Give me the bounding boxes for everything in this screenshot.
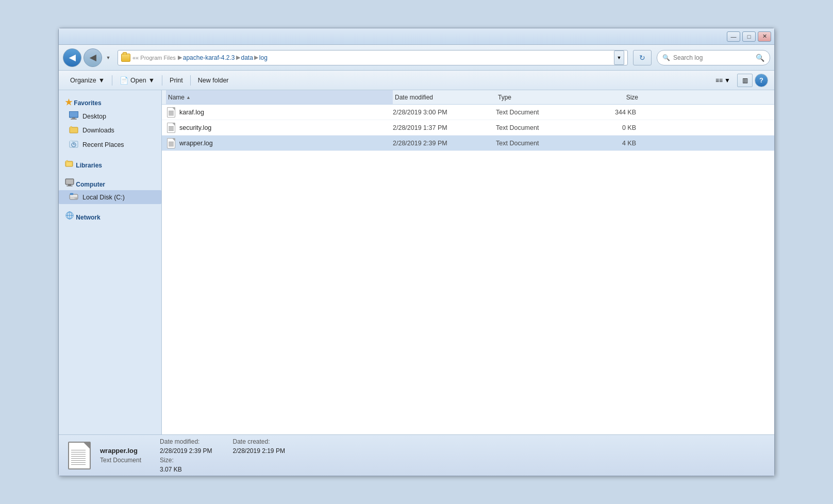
- libraries-header[interactable]: Libraries: [59, 156, 161, 171]
- table-row[interactable]: karaf.log 2/28/2019 3:00 PM Text Documen…: [162, 105, 774, 120]
- file-date-cell: 2/28/2019 2:39 PM: [393, 140, 496, 147]
- recent-places-label: Recent Places: [82, 141, 124, 148]
- file-date-cell: 2/28/2019 1:37 PM: [393, 124, 496, 131]
- recent-places-icon: [69, 139, 78, 150]
- breadcrumb-data[interactable]: data: [241, 54, 253, 61]
- local-disk-label: Local Disk (C:): [82, 194, 125, 201]
- favorites-star-icon: ★: [65, 98, 72, 107]
- file-size-cell: 4 KB: [578, 140, 640, 147]
- table-row[interactable]: wrapper.log 2/28/2019 2:39 PM Text Docum…: [162, 136, 774, 151]
- refresh-button[interactable]: ↻: [633, 50, 652, 65]
- svg-rect-4: [70, 127, 78, 133]
- file-type-cell: Text Document: [496, 140, 578, 147]
- open-label: Open: [130, 77, 146, 84]
- address-bar[interactable]: «« Program Files ▶ apache-karaf-4.2.3 ▶ …: [118, 50, 628, 65]
- sidebar-item-downloads[interactable]: Downloads: [59, 123, 161, 137]
- view-mode-button[interactable]: ≡≡ ▼: [711, 74, 735, 87]
- status-size-label: Size:: [160, 457, 212, 464]
- libraries-label: Libraries: [76, 162, 102, 169]
- help-button[interactable]: ?: [755, 74, 768, 87]
- breadcrumb-log[interactable]: log: [259, 54, 268, 61]
- organize-button[interactable]: Organize ▼: [65, 73, 110, 88]
- address-dropdown-arrow-icon: ▼: [617, 55, 622, 60]
- nav-dropdown-arrow-icon: ▼: [106, 55, 111, 60]
- close-button[interactable]: ✕: [758, 31, 771, 42]
- file-list: Name ▲ Date modified Type Size: [162, 90, 774, 434]
- forward-button[interactable]: ◀: [84, 48, 102, 67]
- breadcrumb-apache[interactable]: apache-karaf-4.2.3: [183, 54, 235, 61]
- organize-label: Organize: [70, 77, 96, 84]
- svg-rect-14: [66, 186, 73, 187]
- breadcrumb-arrow3: ▶: [254, 54, 258, 61]
- column-header-name[interactable]: Name ▲: [166, 90, 393, 104]
- desktop-icon: [69, 111, 78, 121]
- refresh-icon: ↻: [639, 54, 645, 62]
- svg-rect-18: [70, 197, 74, 199]
- open-button[interactable]: 📄 Open ▼: [114, 73, 160, 88]
- search-glass-icon: 🔍: [662, 54, 670, 61]
- favorites-label: Favorites: [74, 99, 101, 107]
- libraries-icon: [65, 162, 76, 169]
- sidebar-item-desktop[interactable]: Desktop: [59, 109, 161, 123]
- sidebar-section-libraries: Libraries: [59, 156, 161, 171]
- nav-dropdown-button[interactable]: ▼: [104, 48, 112, 67]
- column-header-date[interactable]: Date modified: [393, 90, 496, 104]
- big-txt-file-icon: [68, 442, 91, 469]
- network-icon: [65, 214, 76, 221]
- svg-rect-2: [71, 119, 77, 120]
- cmd-separator-2: [162, 75, 162, 86]
- favorites-header[interactable]: ★ Favorites: [59, 94, 161, 109]
- view-controls: ≡≡ ▼ ▥ ?: [711, 74, 768, 87]
- file-type-cell: Text Document: [496, 124, 578, 131]
- folder-icon: [121, 54, 130, 62]
- maximize-button[interactable]: □: [742, 31, 756, 42]
- status-info: wrapper.log Text Document: [100, 447, 141, 464]
- breadcrumb-arrow1: ▶: [178, 54, 182, 61]
- breadcrumb-prefix: «« Program Files: [132, 55, 176, 61]
- address-dropdown-button[interactable]: ▼: [614, 51, 624, 65]
- search-input[interactable]: [673, 54, 753, 61]
- file-name-text: karaf.log: [179, 109, 204, 116]
- back-button[interactable]: ◀: [63, 48, 81, 67]
- view-mode-icon: ≡≡: [715, 77, 723, 84]
- print-button[interactable]: Print: [164, 73, 188, 88]
- status-date-created-value: 2/28/2019 2:19 PM: [232, 447, 285, 455]
- svg-rect-3: [70, 112, 78, 117]
- minimize-button[interactable]: —: [727, 31, 740, 42]
- computer-label: Computer: [76, 181, 105, 188]
- main-content: ★ Favorites Desktop Downloads: [59, 90, 774, 434]
- status-date-modified-group: Date modified: 2/28/2019 2:39 PM Size: 3…: [160, 438, 212, 473]
- file-name-cell: security.log: [166, 122, 393, 133]
- sidebar-item-recent-places[interactable]: Recent Places: [59, 137, 161, 152]
- svg-rect-1: [72, 117, 75, 119]
- computer-header[interactable]: Computer: [59, 175, 161, 190]
- search-bar[interactable]: 🔍 🔍: [657, 50, 770, 65]
- file-type-cell: Text Document: [496, 109, 578, 116]
- sort-arrow-icon: ▲: [186, 95, 191, 100]
- status-size-value: 3.07 KB: [160, 466, 212, 473]
- file-icon: [166, 122, 176, 133]
- breadcrumb-arrow2: ▶: [236, 54, 240, 61]
- new-folder-button[interactable]: New folder: [193, 73, 234, 88]
- cmd-separator-3: [190, 75, 191, 86]
- window-controls: — □ ✕: [727, 31, 771, 42]
- explorer-window: — □ ✕ ◀ ◀ ▼ «« Program Files ▶ apache-ka…: [58, 28, 775, 476]
- preview-pane-icon: ▥: [742, 77, 748, 84]
- sidebar-item-local-disk[interactable]: Local Disk (C:): [59, 190, 161, 204]
- sidebar-section-network: Network: [59, 208, 161, 223]
- preview-pane-button[interactable]: ▥: [737, 74, 753, 87]
- column-header-type[interactable]: Type: [496, 90, 578, 104]
- status-filetype: Text Document: [100, 457, 141, 464]
- table-row[interactable]: security.log 2/28/2019 1:37 PM Text Docu…: [162, 120, 774, 136]
- file-name-text: wrapper.log: [179, 140, 213, 147]
- computer-icon: [65, 181, 76, 188]
- local-disk-icon: [69, 192, 78, 202]
- column-size-label: Size: [626, 94, 638, 101]
- status-date-created-group: Date created: 2/28/2019 2:19 PM: [232, 438, 285, 473]
- column-header-size[interactable]: Size: [578, 90, 640, 104]
- file-name-cell: wrapper.log: [166, 138, 393, 149]
- network-header[interactable]: Network: [59, 208, 161, 223]
- search-submit-icon[interactable]: 🔍: [756, 54, 764, 62]
- downloads-icon: [69, 125, 78, 135]
- txt-file-icon: [167, 123, 175, 133]
